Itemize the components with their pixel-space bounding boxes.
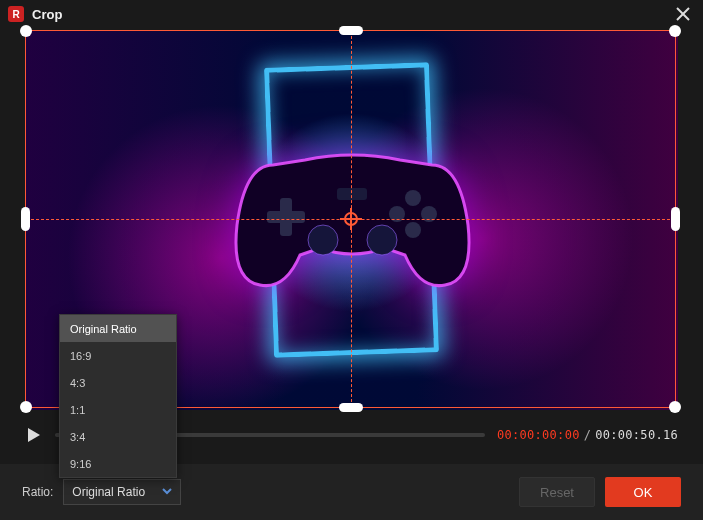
ratio-option-3-4[interactable]: 3:4 bbox=[60, 423, 176, 450]
ratio-label: Ratio: bbox=[22, 485, 53, 499]
ratio-select-value: Original Ratio bbox=[72, 485, 145, 499]
close-icon bbox=[676, 7, 690, 21]
ratio-option-9-16[interactable]: 9:16 bbox=[60, 450, 176, 477]
ratio-option-4-3[interactable]: 4:3 bbox=[60, 369, 176, 396]
timecode: 00:00:00:00/00:00:50.16 bbox=[497, 428, 678, 442]
ratio-option-original[interactable]: Original Ratio bbox=[60, 315, 176, 342]
close-button[interactable] bbox=[671, 2, 695, 26]
timecode-duration: 00:00:50.16 bbox=[595, 428, 678, 442]
chevron-down-icon bbox=[162, 485, 172, 499]
ratio-option-1-1[interactable]: 1:1 bbox=[60, 396, 176, 423]
ok-button[interactable]: OK bbox=[605, 477, 681, 507]
timecode-current: 00:00:00:00 bbox=[497, 428, 580, 442]
crop-center-indicator bbox=[340, 208, 362, 230]
crop-handle-tr[interactable] bbox=[669, 25, 681, 37]
app-icon: R bbox=[8, 6, 24, 22]
crop-handle-right[interactable] bbox=[671, 207, 680, 231]
reset-button[interactable]: Reset bbox=[519, 477, 595, 507]
titlebar: R Crop bbox=[0, 0, 703, 28]
svg-marker-11 bbox=[28, 428, 40, 442]
ratio-option-16-9[interactable]: 16:9 bbox=[60, 342, 176, 369]
ratio-select[interactable]: Original Ratio bbox=[63, 479, 181, 505]
window-title: Crop bbox=[32, 7, 671, 22]
crop-handle-tl[interactable] bbox=[20, 25, 32, 37]
crop-handle-br[interactable] bbox=[669, 401, 681, 413]
play-icon bbox=[28, 428, 40, 442]
crop-handle-left[interactable] bbox=[21, 207, 30, 231]
crop-handle-bl[interactable] bbox=[20, 401, 32, 413]
crop-handle-bottom[interactable] bbox=[339, 403, 363, 412]
timecode-separator: / bbox=[584, 428, 592, 442]
ratio-dropdown: Original Ratio 16:9 4:3 1:1 3:4 9:16 bbox=[59, 314, 177, 478]
play-button[interactable] bbox=[25, 426, 43, 444]
crop-handle-top[interactable] bbox=[339, 26, 363, 35]
